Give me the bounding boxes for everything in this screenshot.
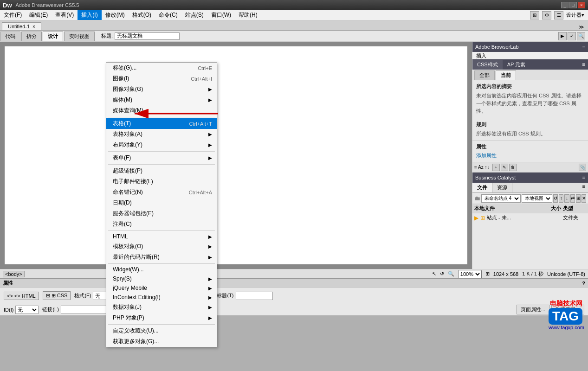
menu-help[interactable]: 帮助(H) xyxy=(235,10,261,20)
menu-item-recentsnippets[interactable]: 最近的代码片断(R) ▶ xyxy=(106,252,217,262)
menu-command[interactable]: 命令(C) xyxy=(155,10,181,20)
menu-item-comment[interactable]: 注释(C) xyxy=(106,219,217,230)
css-props-section: 属性 添加属性 xyxy=(472,141,588,162)
minimize-button[interactable]: _ xyxy=(561,2,569,8)
tab-code[interactable]: 代码 xyxy=(0,32,20,41)
maximize-button[interactable]: □ xyxy=(569,2,577,8)
expand-icon[interactable]: ⊞ xyxy=(576,194,581,203)
page-props-btn[interactable]: 页面属性... xyxy=(517,305,549,314)
refresh-icon[interactable]: ↺ xyxy=(553,194,558,203)
attach-style-icon[interactable]: 📎 xyxy=(579,164,586,171)
menu-item-jquerymobile[interactable]: jQuery Mobile ▶ xyxy=(106,283,217,293)
css-icon-toolbar: ≡ Az ↑↓ + ✎ 🗑 📎 xyxy=(472,162,588,173)
add-property-link[interactable]: 添加属性 xyxy=(476,152,584,159)
view-selector[interactable]: 本地视图 xyxy=(522,194,552,203)
css-tab-all[interactable]: 全部 xyxy=(474,70,495,80)
zoom-selector[interactable]: 100% xyxy=(458,270,482,278)
menu-item-form[interactable]: 表单(F) ▶ xyxy=(106,153,217,163)
sync-icon[interactable]: ⇄ xyxy=(570,194,575,203)
design-mode-btn[interactable]: 设计器▾ xyxy=(566,12,584,19)
files-row-site[interactable]: ▶ ⊞ 站点 - 未... 文件夹 xyxy=(472,213,588,222)
tab-split[interactable]: 拆分 xyxy=(21,32,42,41)
menu-modify[interactable]: 修改(M) xyxy=(102,10,129,20)
menu-item-dataobj[interactable]: 数据对象(J) ▶ xyxy=(106,302,217,313)
doc-toolbar-right: ▶ ✓ 🔍 xyxy=(558,32,588,40)
upload-icon[interactable]: ↑ xyxy=(559,194,563,203)
menu-item-date[interactable]: 日期(D) xyxy=(106,198,217,208)
menu-item-incontext[interactable]: InContext Editing(I) ▶ xyxy=(106,293,217,302)
menu-item-mediaquery[interactable]: 媒体查询(M)... xyxy=(106,105,217,116)
toolbar-icon3[interactable]: ☰ xyxy=(554,11,563,19)
menu-item-serverside[interactable]: 服务器端包括(E) xyxy=(106,208,217,219)
menu-item-customfav[interactable]: 自定义收藏夹(U)... xyxy=(106,326,217,336)
doc-title-input[interactable] xyxy=(115,32,180,40)
css-tab-current[interactable]: 当前 xyxy=(496,70,516,80)
tab-live[interactable]: 实时视图 xyxy=(64,32,95,41)
menu-edit[interactable]: 编辑(E) xyxy=(26,10,52,20)
menu-item-layoutobj[interactable]: 布局对象(Y) ▶ xyxy=(106,140,217,150)
props-action-btns: 页面属性... 列表项目... xyxy=(517,305,584,314)
pointer-icon[interactable]: ↖ xyxy=(432,271,436,277)
menu-item-imageobj[interactable]: 图像对象(G) ▶ xyxy=(106,84,217,95)
window-controls[interactable]: _ □ × xyxy=(561,2,585,8)
menu-view[interactable]: 查看(V) xyxy=(52,10,78,20)
menu-item-image[interactable]: 图像(I) Ctrl+Alt+I xyxy=(106,73,217,84)
document-canvas[interactable] xyxy=(5,46,467,264)
menu-insert[interactable]: 插入(I) xyxy=(78,10,101,20)
menu-format[interactable]: 格式(O) xyxy=(129,10,155,20)
bc-options[interactable]: ≡ xyxy=(582,175,585,180)
toolbar-icon2[interactable]: ⚙ xyxy=(542,11,551,19)
download-icon[interactable]: ↓ xyxy=(564,194,569,203)
title-bar: Dw Adobe Dreamweaver CS5.5 _ □ × xyxy=(0,0,588,10)
menu-item-tableobj[interactable]: 表格对象(A) ▶ xyxy=(106,129,217,140)
folder-connect-icon[interactable]: 🖿 xyxy=(474,195,480,202)
css-mode-btn[interactable]: ⊞ ⊞ CSS xyxy=(43,291,71,300)
menu-item-hyperlink[interactable]: 超级链接(P) xyxy=(106,166,217,176)
panel-options[interactable]: ≫ xyxy=(579,24,584,30)
menu-item-templateobj[interactable]: 模板对象(O) ▶ xyxy=(106,241,217,252)
title-input[interactable] xyxy=(236,292,273,300)
menu-site[interactable]: 站点(S) xyxy=(181,10,207,20)
css-panel-options[interactable]: ≡ xyxy=(582,61,588,68)
menu-item-namedanchor[interactable]: 命名锚记(N) Ctrl+Alt+A xyxy=(106,187,217,198)
toolbar-icon1[interactable]: ⊞ xyxy=(530,11,539,19)
document-tab-untitled1[interactable]: Untitled-1 × xyxy=(2,22,41,30)
html-mode-btn[interactable]: <> <> HTML xyxy=(4,292,39,300)
menu-item-emaillink[interactable]: 电子邮件链接(L) xyxy=(106,176,217,187)
menu-item-widget[interactable]: Widget(W)... xyxy=(106,265,217,274)
props-header: 属性 ? xyxy=(0,279,588,288)
validate-btn[interactable]: ✓ xyxy=(568,32,576,40)
zoom-btn[interactable]: 🔍 xyxy=(577,32,585,40)
collapse-icon[interactable]: ✕ xyxy=(582,194,586,203)
menu-file[interactable]: 文件(F) xyxy=(0,10,26,20)
zoom-icon[interactable]: 🔍 xyxy=(448,271,454,277)
delete-style-icon[interactable]: 🗑 xyxy=(509,164,517,171)
preview-btn[interactable]: ▶ xyxy=(558,32,567,40)
site-selector[interactable]: 未命名站点 4 xyxy=(481,194,521,203)
close-button[interactable]: × xyxy=(578,2,585,8)
menu-item-table[interactable]: 表格(T) Ctrl+Alt+T xyxy=(106,118,217,129)
files-tab-files[interactable]: 文件 xyxy=(472,183,492,192)
files-panel-options[interactable]: ≡ xyxy=(580,183,588,192)
doc-tab-close[interactable]: × xyxy=(32,24,35,29)
new-style-icon[interactable]: + xyxy=(492,164,500,171)
undo-icon[interactable]: ↺ xyxy=(440,271,444,277)
edit-style-icon[interactable]: ✎ xyxy=(501,164,508,171)
menu-item-spry[interactable]: Spry(S) ▶ xyxy=(106,274,217,283)
id-selector[interactable]: 无 xyxy=(15,306,39,314)
menu-window[interactable]: 窗口(W) xyxy=(207,10,235,20)
sort-icon[interactable]: ≡ Az ↑↓ xyxy=(474,165,490,170)
panel-options-icon[interactable]: ≡ xyxy=(582,44,585,50)
files-tab-resources[interactable]: 资源 xyxy=(492,183,512,192)
tab-ap-elements[interactable]: AP 元素 xyxy=(503,60,530,70)
tab-design[interactable]: 设计 xyxy=(43,32,63,41)
status-tag[interactable]: <body> xyxy=(3,271,25,277)
list-item-btn[interactable]: 列表项目... xyxy=(551,305,584,314)
props-help[interactable]: ? xyxy=(582,281,585,286)
menu-item-tag[interactable]: 标签(G)... Ctrl+E xyxy=(106,63,217,73)
tab-css-styles[interactable]: CSS样式 xyxy=(472,60,503,70)
menu-item-html[interactable]: HTML ▶ xyxy=(106,232,217,241)
menu-item-phpobj[interactable]: PHP 对象(P) ▶ xyxy=(106,313,217,323)
menu-item-media[interactable]: 媒体(M) ▶ xyxy=(106,95,217,105)
menu-item-getmore[interactable]: 获取更多对象(G)... xyxy=(106,336,217,347)
